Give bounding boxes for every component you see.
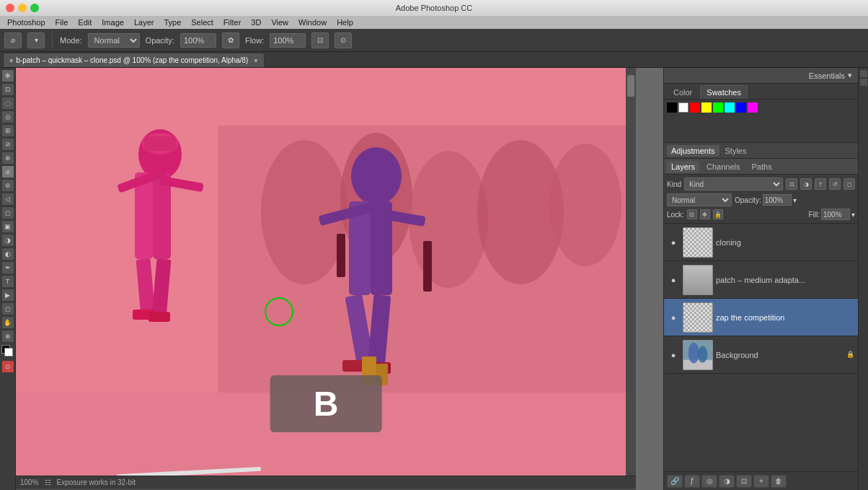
menu-photoshop[interactable]: Photoshop bbox=[3, 17, 50, 27]
menu-layer[interactable]: Layer bbox=[130, 17, 159, 27]
document-tab[interactable]: × b-patch – quickmask – clone.psd @ 100%… bbox=[3, 53, 265, 67]
opacity-value-input[interactable] bbox=[763, 194, 792, 206]
maximize-window-button[interactable] bbox=[30, 4, 39, 12]
panel-strip[interactable] bbox=[858, 68, 868, 490]
shape-tool[interactable]: ◻ bbox=[1, 302, 14, 315]
layer-delete-button[interactable]: 🗑 bbox=[771, 475, 787, 488]
brush-tool-option[interactable]: ⌀ bbox=[4, 32, 22, 48]
document-canvas[interactable]: B bbox=[16, 68, 636, 476]
fill-value-input[interactable] bbox=[821, 209, 850, 220]
swatches-tab[interactable]: Swatches bbox=[700, 85, 748, 99]
opacity-input[interactable] bbox=[180, 33, 216, 48]
quick-select-tool[interactable]: ◎ bbox=[1, 110, 14, 123]
swatch-black[interactable] bbox=[667, 102, 677, 113]
adjustments-tab[interactable]: Adjustments bbox=[667, 145, 719, 157]
shape-layer-icon[interactable]: ↺ bbox=[829, 178, 841, 190]
blur-tool[interactable]: ◑ bbox=[1, 234, 14, 247]
eraser-tool[interactable]: ◻ bbox=[1, 206, 14, 219]
menu-type[interactable]: Type bbox=[159, 17, 185, 27]
text-tool[interactable]: T bbox=[1, 275, 14, 288]
layers-tab[interactable]: Layers bbox=[667, 161, 699, 172]
lock-position-button[interactable]: ✥ bbox=[700, 209, 710, 219]
dodge-tool[interactable]: ◐ bbox=[1, 248, 14, 261]
lock-all-button[interactable]: 🔒 bbox=[713, 209, 723, 219]
layer-row-cloning[interactable]: ● cloning bbox=[664, 224, 858, 261]
fill-stepper-icon[interactable]: ▾ bbox=[851, 211, 855, 219]
scrollbar-thumb-v[interactable] bbox=[627, 75, 634, 97]
tab-close-button[interactable]: × bbox=[254, 57, 257, 64]
clone-stamp-tool[interactable]: ⊜ bbox=[1, 179, 14, 192]
minimize-window-button[interactable] bbox=[18, 4, 27, 12]
styles-tab[interactable]: Styles bbox=[721, 145, 751, 157]
swatch-white[interactable] bbox=[678, 102, 688, 113]
move-tool[interactable]: ✥ bbox=[1, 69, 14, 82]
crop-tool[interactable]: ⊞ bbox=[1, 124, 14, 137]
heal-tool[interactable]: ⊕ bbox=[1, 152, 14, 165]
channels-tab[interactable]: Channels bbox=[702, 161, 744, 172]
path-select-tool[interactable]: ▶ bbox=[1, 289, 14, 302]
quick-mask-toggle[interactable]: ⊙ bbox=[1, 360, 14, 373]
menu-select[interactable]: Select bbox=[187, 17, 218, 27]
layer-row-patch[interactable]: ● patch – medium adapta... bbox=[664, 261, 858, 299]
layer-link-button[interactable]: 🔗 bbox=[667, 475, 683, 488]
gradient-tool[interactable]: ▣ bbox=[1, 220, 14, 233]
close-window-button[interactable] bbox=[6, 4, 14, 12]
hand-tool[interactable]: ✋ bbox=[1, 316, 14, 329]
swatch-yellow[interactable] bbox=[701, 102, 712, 113]
layer-group-button[interactable]: ⊡ bbox=[736, 475, 752, 488]
strip-button-1[interactable] bbox=[860, 70, 867, 77]
swatch-red[interactable] bbox=[690, 102, 700, 113]
paths-tab[interactable]: Paths bbox=[748, 161, 776, 172]
history-brush-tool[interactable]: ◁ bbox=[1, 193, 14, 206]
pixel-layer-icon[interactable]: ⊡ bbox=[786, 178, 797, 190]
lock-pixels-button[interactable]: ⊡ bbox=[687, 209, 697, 219]
brush-tool[interactable]: ⌀ bbox=[1, 165, 14, 178]
menu-edit[interactable]: Edit bbox=[74, 17, 96, 27]
airbrush-toggle[interactable]: ✿ bbox=[222, 32, 239, 48]
lasso-tool[interactable]: ◌ bbox=[1, 97, 14, 110]
layer-visibility-patch[interactable]: ● bbox=[667, 274, 680, 286]
swatch-green[interactable] bbox=[713, 102, 723, 113]
color-tab[interactable]: Color bbox=[667, 85, 699, 99]
strip-button-2[interactable] bbox=[860, 79, 867, 86]
tablet-pressure-opacity-button[interactable]: ⊙ bbox=[335, 32, 352, 48]
layer-visibility-zap[interactable]: ● bbox=[667, 311, 680, 324]
blend-mode-select[interactable]: Normal Multiply Screen bbox=[667, 193, 732, 206]
eyedropper-tool[interactable]: ⊘ bbox=[1, 138, 14, 151]
swatch-blue[interactable] bbox=[736, 102, 746, 113]
smart-object-icon[interactable]: ◻ bbox=[843, 178, 855, 190]
mode-select[interactable]: Normal Dissolve Multiply bbox=[88, 33, 140, 48]
layer-row-zap[interactable]: ● zap the competition bbox=[664, 299, 858, 336]
zoom-tool[interactable]: ⊕ bbox=[1, 330, 14, 343]
swatch-cyan[interactable] bbox=[725, 102, 735, 113]
tab-close-icon[interactable]: × bbox=[9, 57, 13, 64]
essentials-button[interactable]: Essentials ▾ bbox=[664, 68, 858, 84]
window-controls[interactable] bbox=[6, 4, 39, 12]
menu-filter[interactable]: Filter bbox=[219, 17, 245, 27]
kind-select[interactable]: Kind bbox=[684, 178, 783, 191]
menu-view[interactable]: View bbox=[267, 17, 293, 27]
layer-adjustment-button[interactable]: ◑ bbox=[719, 475, 735, 488]
flow-input[interactable] bbox=[270, 33, 306, 48]
layer-visibility-cloning[interactable]: ● bbox=[667, 236, 680, 249]
tablet-pressure-button[interactable]: ⊡ bbox=[311, 32, 329, 48]
adjustment-layer-icon[interactable]: ◑ bbox=[800, 178, 812, 190]
menu-file[interactable]: File bbox=[51, 17, 73, 27]
swatch-magenta[interactable] bbox=[748, 102, 758, 113]
layer-visibility-bg[interactable]: ● bbox=[667, 349, 680, 362]
canvas-area[interactable]: B 100% ☷ Exposure works in 32-bit bbox=[16, 68, 663, 490]
text-layer-icon[interactable]: T bbox=[815, 178, 826, 190]
opacity-stepper-icon[interactable]: ▾ bbox=[793, 196, 797, 204]
layer-new-button[interactable]: + bbox=[753, 475, 769, 488]
layer-row-background[interactable]: ● Background 🔒 bbox=[664, 336, 858, 374]
pen-tool[interactable]: ✒ bbox=[1, 261, 14, 274]
layer-style-button[interactable]: ƒ bbox=[684, 475, 700, 488]
canvas-vertical-scrollbar[interactable] bbox=[626, 68, 636, 476]
rectangular-marquee-tool[interactable]: ⊡ bbox=[1, 83, 14, 96]
menu-window[interactable]: Window bbox=[294, 17, 331, 27]
menu-3d[interactable]: 3D bbox=[247, 17, 265, 27]
layer-mask-button[interactable]: ◎ bbox=[701, 475, 717, 488]
menu-help[interactable]: Help bbox=[332, 17, 358, 27]
foreground-background-color[interactable] bbox=[1, 345, 14, 358]
brush-preset-button[interactable]: ▾ bbox=[27, 32, 45, 48]
